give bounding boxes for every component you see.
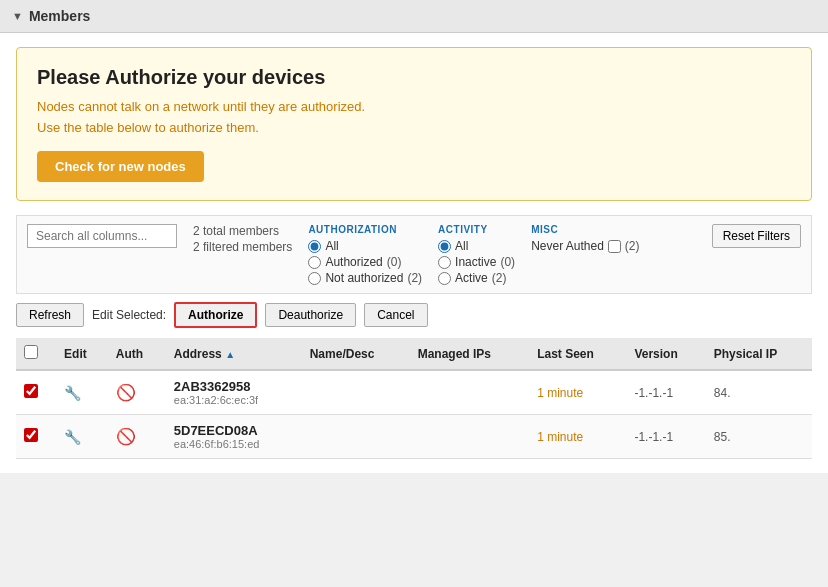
activity-active[interactable]: Active (2) [438, 271, 515, 285]
misc-filter: MISC Never Authed (2) [531, 224, 639, 253]
auth-authorized[interactable]: Authorized (0) [308, 255, 422, 269]
col-last-seen: Last Seen [529, 338, 626, 370]
authorization-filter: AUTHORIZATION All Authorized (0) Not aut… [308, 224, 422, 285]
row1-physical-ip: 84. [706, 370, 812, 415]
row2-auth[interactable]: 🚫 [108, 415, 166, 459]
no-auth-icon[interactable]: 🚫 [116, 428, 136, 445]
no-auth-icon[interactable]: 🚫 [116, 384, 136, 401]
sort-icon: ▲ [225, 349, 235, 360]
misc-label: MISC [531, 224, 639, 235]
activity-label: ACTIVITY [438, 224, 515, 235]
section-header: ▼ Members [0, 0, 828, 33]
row2-edit[interactable]: 🔧 [56, 415, 108, 459]
select-all-checkbox[interactable] [24, 345, 38, 359]
col-auth: Auth [108, 338, 166, 370]
wrench-icon[interactable]: 🔧 [64, 385, 81, 401]
row2-address: 5D7EECD08A ea:46:6f:b6:15:ed [166, 415, 302, 459]
col-version: Version [626, 338, 705, 370]
table-header-row: Edit Auth Address ▲ Name/Desc Managed IP… [16, 338, 812, 370]
row2-physical-ip: 85. [706, 415, 812, 459]
filtered-members: 2 filtered members [193, 240, 292, 254]
col-name-desc: Name/Desc [302, 338, 410, 370]
table-row: 🔧 🚫 2AB3362958 ea:31:a2:6c:ec:3f 1 minut… [16, 370, 812, 415]
row2-managed-ips [410, 415, 530, 459]
activity-inactive[interactable]: Inactive (0) [438, 255, 515, 269]
row1-name-desc [302, 370, 410, 415]
members-table: Edit Auth Address ▲ Name/Desc Managed IP… [16, 338, 812, 459]
authorize-button[interactable]: Authorize [174, 302, 257, 328]
auth-all[interactable]: All [308, 239, 422, 253]
chevron-down-icon: ▼ [12, 10, 23, 22]
col-checkbox[interactable] [16, 338, 56, 370]
authorization-label: AUTHORIZATION [308, 224, 422, 235]
total-members: 2 total members [193, 224, 292, 238]
reset-filters-button[interactable]: Reset Filters [712, 224, 801, 248]
refresh-button[interactable]: Refresh [16, 303, 84, 327]
row1-checkbox[interactable] [24, 384, 38, 398]
table-row: 🔧 🚫 5D7EECD08A ea:46:6f:b6:15:ed 1 minut… [16, 415, 812, 459]
col-physical-ip: Physical IP [706, 338, 812, 370]
row1-auth[interactable]: 🚫 [108, 370, 166, 415]
check-nodes-button[interactable]: Check for new nodes [37, 151, 204, 182]
banner-heading: Please Authorize your devices [37, 66, 791, 89]
activity-filter: ACTIVITY All Inactive (0) Active (2) [438, 224, 515, 285]
col-edit: Edit [56, 338, 108, 370]
filter-row: 2 total members 2 filtered members AUTHO… [16, 215, 812, 294]
member-counts: 2 total members 2 filtered members [193, 224, 292, 254]
row1-address: 2AB3362958 ea:31:a2:6c:ec:3f [166, 370, 302, 415]
row1-last-seen: 1 minute [529, 370, 626, 415]
row2-checkbox[interactable] [24, 428, 38, 442]
row1-checkbox-cell[interactable] [16, 370, 56, 415]
row2-checkbox-cell[interactable] [16, 415, 56, 459]
action-row: Refresh Edit Selected: Authorize Deautho… [16, 302, 812, 328]
row2-version: -1.-1.-1 [626, 415, 705, 459]
banner-line2: Use the table below to authorize them. [37, 120, 791, 135]
edit-selected-label: Edit Selected: [92, 308, 166, 322]
search-input[interactable] [27, 224, 177, 248]
page-wrapper: ▼ Members Please Authorize your devices … [0, 0, 828, 473]
row2-name-desc [302, 415, 410, 459]
section-title: Members [29, 8, 90, 24]
row1-managed-ips [410, 370, 530, 415]
auth-not-authorized[interactable]: Not authorized (2) [308, 271, 422, 285]
authorize-banner: Please Authorize your devices Nodes cann… [16, 47, 812, 201]
deauthorize-button[interactable]: Deauthorize [265, 303, 356, 327]
row1-version: -1.-1.-1 [626, 370, 705, 415]
never-authed-filter[interactable]: Never Authed (2) [531, 239, 639, 253]
banner-line1: Nodes cannot talk on a network until the… [37, 99, 791, 114]
main-content: Please Authorize your devices Nodes cann… [0, 33, 828, 473]
wrench-icon[interactable]: 🔧 [64, 429, 81, 445]
col-address[interactable]: Address ▲ [166, 338, 302, 370]
row1-edit[interactable]: 🔧 [56, 370, 108, 415]
activity-all[interactable]: All [438, 239, 515, 253]
col-managed-ips: Managed IPs [410, 338, 530, 370]
cancel-button[interactable]: Cancel [364, 303, 427, 327]
row2-last-seen: 1 minute [529, 415, 626, 459]
